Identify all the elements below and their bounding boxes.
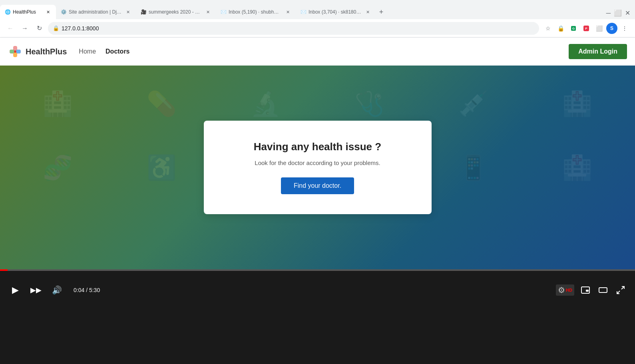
- video-controls: ▶ ▶▶ 🔊 0:04 / 5:30 ⚙ HD: [0, 269, 635, 309]
- browser-toolbar: ← → ↻ 🔒 127.0.0.1:8000 ☆ 🔒 G P ⬜ S ⋮: [0, 19, 635, 38]
- extensions-icon-3[interactable]: P: [581, 23, 592, 34]
- browser-tab-5[interactable]: ✉️ Inbox (3,704) · sk8180323... ✕: [296, 5, 376, 19]
- tab-label-2: Site administration | Djang...: [69, 9, 122, 15]
- play-button[interactable]: ▶: [8, 283, 22, 297]
- new-tab-button[interactable]: +: [376, 6, 387, 18]
- nav-home[interactable]: Home: [79, 46, 96, 57]
- maximize-button[interactable]: ⬜: [614, 9, 622, 17]
- screen-capture-icon[interactable]: ⬜: [593, 23, 605, 34]
- miniplayer-button[interactable]: [579, 284, 592, 296]
- bg-icon-12: 🏥: [527, 137, 627, 197]
- find-doctor-button[interactable]: Find your doctor.: [281, 177, 354, 194]
- browser-window: 🌐 HealthPlus ✕ ⚙️ Site administration | …: [0, 0, 635, 309]
- tab-label-3: summergeeks 2020 - SDE ...: [149, 9, 202, 15]
- fullscreen-button[interactable]: [614, 284, 627, 296]
- tab-close-1[interactable]: ✕: [45, 9, 51, 15]
- hd-badge: ⚙ HD: [556, 284, 574, 296]
- svg-line-14: [617, 291, 620, 294]
- admin-login-button[interactable]: Admin Login: [569, 44, 627, 59]
- browser-tab-2[interactable]: ⚙️ Site administration | Djang... ✕: [56, 5, 136, 19]
- browser-tab-4[interactable]: ✉️ Inbox (5,190) · shubhmku... ✕: [216, 5, 296, 19]
- svg-rect-11: [586, 290, 589, 292]
- bg-icon-2: 💊: [112, 74, 212, 133]
- close-window-button[interactable]: ✕: [625, 9, 630, 17]
- theater-button[interactable]: [597, 284, 609, 296]
- svg-text:G: G: [572, 27, 575, 30]
- svg-line-13: [621, 286, 624, 289]
- tab-label-4: Inbox (5,190) · shubhmku...: [229, 9, 282, 15]
- site-navigation: HealthPlus Home Doctors Admin Login: [0, 38, 635, 66]
- bg-icon-11: 📱: [423, 137, 523, 197]
- tab-favicon-5: ✉️: [301, 9, 306, 15]
- svg-text:P: P: [585, 27, 587, 30]
- svg-rect-9: [14, 53, 17, 57]
- more-options-button[interactable]: ⋮: [619, 23, 630, 34]
- lock-icon: 🔒: [53, 25, 59, 31]
- browser-tab-1[interactable]: 🌐 HealthPlus ✕: [0, 5, 56, 19]
- tab-favicon-2: ⚙️: [61, 9, 66, 15]
- controls-row: ▶ ▶▶ 🔊 0:04 / 5:30 ⚙ HD: [0, 271, 635, 309]
- logo-text: HealthPlus: [26, 47, 67, 56]
- bookmark-button[interactable]: ☆: [542, 23, 553, 34]
- tab-favicon-1: 🌐: [5, 9, 10, 15]
- tab-close-3[interactable]: ✕: [205, 9, 211, 15]
- site-nav-links: Home Doctors: [79, 46, 129, 57]
- webpage: HealthPlus Home Doctors Admin Login 🏥 💊 …: [0, 38, 635, 269]
- health-card-title: Having any health issue ?: [228, 141, 408, 153]
- profile-avatar[interactable]: S: [606, 23, 617, 34]
- extensions-icon-2[interactable]: G: [568, 23, 579, 34]
- health-card: Having any health issue ? Look for the d…: [204, 121, 432, 214]
- extensions-icon-1[interactable]: 🔒: [555, 23, 566, 34]
- browser-tab-3[interactable]: 🎥 summergeeks 2020 - SDE ... ✕: [136, 5, 216, 19]
- tabs-row: 🌐 HealthPlus ✕ ⚙️ Site administration | …: [0, 5, 635, 19]
- site-logo: HealthPlus: [8, 44, 67, 59]
- time-display: 0:04 / 5:30: [74, 287, 100, 293]
- bg-icon-1: 🏥: [8, 74, 108, 133]
- toolbar-actions: ☆ 🔒 G P ⬜ S ⋮: [542, 23, 630, 34]
- tab-close-2[interactable]: ✕: [125, 9, 131, 15]
- hd-label: HD: [566, 288, 572, 292]
- hero-section: 🏥 💊 🔬 🩺 💉 🏥 🧬 ♿ 🩻 💊 📱 🏥 Having any healt…: [0, 66, 635, 269]
- right-controls: ⚙ HD: [556, 284, 627, 296]
- logo-svg: [8, 44, 22, 59]
- address-bar[interactable]: 🔒 127.0.0.1:8000: [48, 22, 539, 35]
- svg-rect-12: [599, 288, 607, 292]
- svg-rect-6: [14, 46, 17, 51]
- bg-icon-8: ♿: [112, 137, 212, 197]
- tab-label-5: Inbox (3,704) · sk8180323...: [309, 9, 362, 15]
- browser-title-bar: 🌐 HealthPlus ✕ ⚙️ Site administration | …: [0, 0, 635, 19]
- tab-close-4[interactable]: ✕: [285, 9, 291, 15]
- bg-icon-6: 🏥: [527, 74, 627, 133]
- svg-rect-8: [16, 50, 21, 54]
- url-display: 127.0.0.1:8000: [62, 25, 99, 32]
- nav-doctors[interactable]: Doctors: [106, 46, 129, 57]
- bg-icon-5: 💉: [423, 74, 523, 133]
- minimize-button[interactable]: ─: [606, 10, 611, 17]
- tab-favicon-3: 🎥: [141, 9, 146, 15]
- bg-icon-7: 🧬: [8, 137, 108, 197]
- tab-close-5[interactable]: ✕: [364, 9, 371, 15]
- back-button[interactable]: ←: [5, 23, 16, 34]
- tab-label-1: HealthPlus: [13, 9, 36, 15]
- skip-button[interactable]: ▶▶: [29, 283, 43, 297]
- settings-icon[interactable]: ⚙: [558, 285, 565, 295]
- reload-button[interactable]: ↻: [34, 23, 45, 34]
- svg-rect-7: [10, 50, 14, 54]
- volume-button[interactable]: 🔊: [50, 283, 64, 297]
- health-card-subtitle: Look for the doctor according to your pr…: [228, 159, 408, 166]
- tab-favicon-4: ✉️: [221, 9, 226, 15]
- forward-button[interactable]: →: [19, 23, 30, 34]
